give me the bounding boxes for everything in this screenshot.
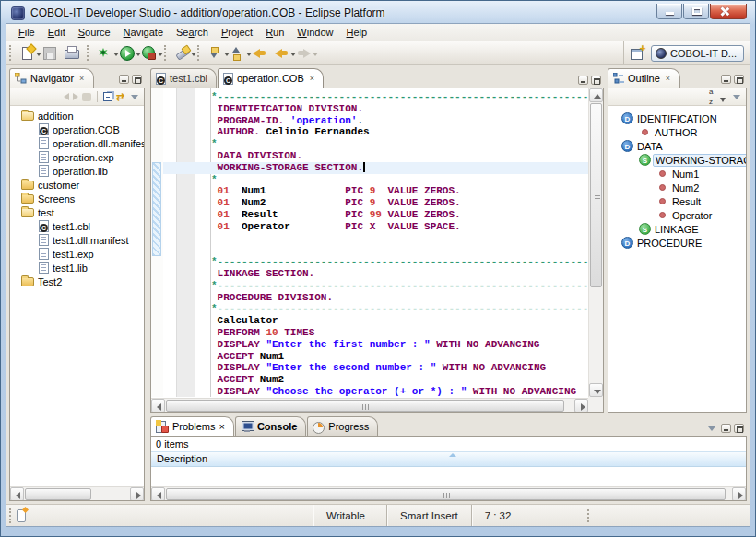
outline-item-result[interactable]: Result bbox=[608, 194, 746, 208]
fast-view-tray-icon[interactable] bbox=[17, 509, 26, 522]
navigator-hscrollbar[interactable] bbox=[10, 486, 144, 500]
view-menu-icon[interactable] bbox=[708, 426, 715, 431]
problems-hscrollbar[interactable] bbox=[151, 486, 746, 500]
minimize-view-button[interactable] bbox=[721, 424, 731, 433]
external-tools-button[interactable] bbox=[139, 43, 161, 64]
console-icon bbox=[241, 421, 254, 432]
tab-progress[interactable]: Progress bbox=[307, 416, 378, 436]
forward-nav-icon[interactable] bbox=[73, 93, 78, 100]
range-indicator bbox=[152, 162, 161, 256]
menu-window[interactable]: Window bbox=[290, 25, 339, 41]
outline-item-identification[interactable]: DIDENTIFICATION bbox=[608, 111, 746, 125]
navigator-item-test2[interactable]: Test2 bbox=[10, 274, 144, 288]
last-edit-location-button[interactable] bbox=[250, 43, 272, 64]
close-navigator-icon[interactable]: × bbox=[77, 73, 86, 84]
tab-outline[interactable]: Outline × bbox=[608, 68, 680, 88]
perspective-button-cobol-it[interactable]: COBOL-IT D... bbox=[651, 45, 744, 62]
navigator-item-test1.exp[interactable]: test1.exp bbox=[10, 247, 144, 261]
debug-button[interactable] bbox=[95, 43, 117, 64]
close-tab-icon[interactable]: × bbox=[310, 74, 314, 83]
workbench: FileEditSourceNavigateSearchProjectRunWi… bbox=[6, 23, 750, 527]
code-line: DATA DIVISION. bbox=[211, 150, 588, 162]
maximize-view-button[interactable] bbox=[132, 75, 142, 84]
next-annotation-button[interactable] bbox=[206, 43, 228, 64]
titlebar[interactable]: COBOL-IT Developer Studio - addition/ope… bbox=[6, 2, 750, 22]
editor-tab-test1.cbl[interactable]: test1.cbl bbox=[150, 68, 217, 88]
status-bar: Writable Smart Insert 7 : 32 bbox=[6, 504, 750, 526]
outline-item-num2[interactable]: Num2 bbox=[608, 181, 746, 194]
tab-navigator[interactable]: Navigator × bbox=[9, 68, 94, 88]
open-folder-icon bbox=[21, 111, 34, 121]
main-toolbar: COBOL-IT D... bbox=[6, 41, 750, 65]
editor-hscrollbar[interactable] bbox=[151, 398, 588, 412]
menu-edit[interactable]: Edit bbox=[41, 25, 72, 41]
navigator-item-test1.dll.manifest[interactable]: test1.dll.manifest bbox=[10, 233, 144, 247]
navigator-item-addition[interactable]: addition bbox=[10, 109, 144, 123]
forward-button[interactable] bbox=[294, 43, 316, 64]
open-perspective-button[interactable] bbox=[630, 46, 645, 61]
outline-item-procedure[interactable]: DPROCEDURE bbox=[608, 236, 746, 250]
view-menu-icon[interactable] bbox=[131, 95, 138, 99]
minimize-editor-button[interactable] bbox=[578, 76, 588, 85]
outline-item-linkage[interactable]: SLINKAGE bbox=[608, 222, 746, 236]
minimize-view-button[interactable] bbox=[721, 75, 731, 84]
minimize-view-button[interactable] bbox=[119, 75, 129, 84]
minimize-window-button[interactable] bbox=[656, 4, 682, 19]
sort-alphabetically-icon[interactable] bbox=[707, 90, 721, 104]
tab-problems[interactable]: Problems× bbox=[150, 416, 234, 436]
maximize-editor-button[interactable] bbox=[591, 76, 601, 85]
code-line: DISPLAY "Enter the second number : " WIT… bbox=[211, 362, 588, 374]
tab-console[interactable]: Console bbox=[235, 416, 306, 436]
code-area[interactable]: *---------------------------------------… bbox=[163, 88, 588, 397]
back-nav-icon[interactable] bbox=[64, 93, 69, 100]
annotation-ruler[interactable] bbox=[151, 88, 163, 397]
outline-item-num1[interactable]: Num1 bbox=[608, 167, 746, 181]
menu-run[interactable]: Run bbox=[259, 25, 290, 41]
prev-annotation-button[interactable] bbox=[228, 43, 250, 64]
maximize-view-button[interactable] bbox=[734, 424, 744, 433]
outline-item-author[interactable]: AUTHOR bbox=[608, 125, 746, 139]
view-menu-icon[interactable] bbox=[733, 95, 740, 99]
run-button[interactable] bbox=[117, 43, 139, 64]
close-window-button[interactable] bbox=[710, 4, 747, 19]
print-button[interactable] bbox=[62, 43, 84, 64]
navigator-item-operation.exp[interactable]: operation.exp bbox=[10, 150, 144, 164]
description-column-header[interactable]: Description bbox=[151, 451, 746, 467]
close-tab-icon[interactable]: × bbox=[219, 421, 224, 432]
new-wizard-icon bbox=[19, 45, 35, 61]
navigator-item-test1.lib[interactable]: test1.lib bbox=[10, 261, 144, 274]
link-with-editor-icon[interactable]: ⇄ bbox=[116, 92, 124, 102]
maximize-window-button[interactable] bbox=[683, 4, 709, 19]
navigator-item-operation.lib[interactable]: operation.lib bbox=[10, 164, 144, 178]
save-button[interactable] bbox=[40, 43, 62, 64]
menu-file[interactable]: File bbox=[12, 25, 41, 41]
menu-source[interactable]: Source bbox=[72, 25, 117, 41]
navigator-item-test1.cbl[interactable]: test1.cbl bbox=[10, 219, 144, 233]
up-icon[interactable] bbox=[82, 93, 91, 101]
outline-item-working-storage[interactable]: SWORKING-STORAGE bbox=[608, 153, 746, 167]
navigator-item-operation.dll.manifest[interactable]: operation.dll.manifest bbox=[10, 136, 144, 150]
search-button[interactable] bbox=[172, 43, 195, 64]
editor-vscrollbar[interactable] bbox=[588, 88, 603, 397]
problems-icon bbox=[156, 421, 169, 433]
navigator-item-operation.cob[interactable]: operation.COB bbox=[10, 123, 144, 136]
outline-item-operator[interactable]: Operator bbox=[608, 208, 746, 222]
menu-navigate[interactable]: Navigate bbox=[117, 25, 170, 41]
close-outline-icon[interactable]: × bbox=[664, 73, 672, 84]
collapse-all-icon[interactable] bbox=[103, 92, 112, 101]
menu-search[interactable]: Search bbox=[170, 25, 215, 41]
editor-tab-operation.cob[interactable]: operation.COB× bbox=[218, 68, 324, 88]
navigator-item-test[interactable]: test bbox=[10, 205, 144, 219]
code-editor[interactable]: *---------------------------------------… bbox=[150, 88, 604, 413]
perspective-bar: COBOL-IT D... bbox=[623, 41, 750, 64]
new-wizard-button[interactable] bbox=[18, 43, 40, 64]
outline-item-data[interactable]: DDATA bbox=[608, 139, 746, 153]
tree-item-label: IDENTIFICATION bbox=[637, 113, 717, 124]
menu-project[interactable]: Project bbox=[215, 25, 259, 41]
navigator-item-screens[interactable]: Screens bbox=[10, 192, 144, 205]
menu-help[interactable]: Help bbox=[340, 25, 374, 41]
maximize-view-button[interactable] bbox=[734, 75, 744, 84]
back-button[interactable] bbox=[272, 43, 294, 64]
navigator-item-customer[interactable]: customer bbox=[10, 178, 144, 192]
code-line: 01 Num1 PIC 9 VALUE ZEROS. bbox=[211, 185, 588, 197]
